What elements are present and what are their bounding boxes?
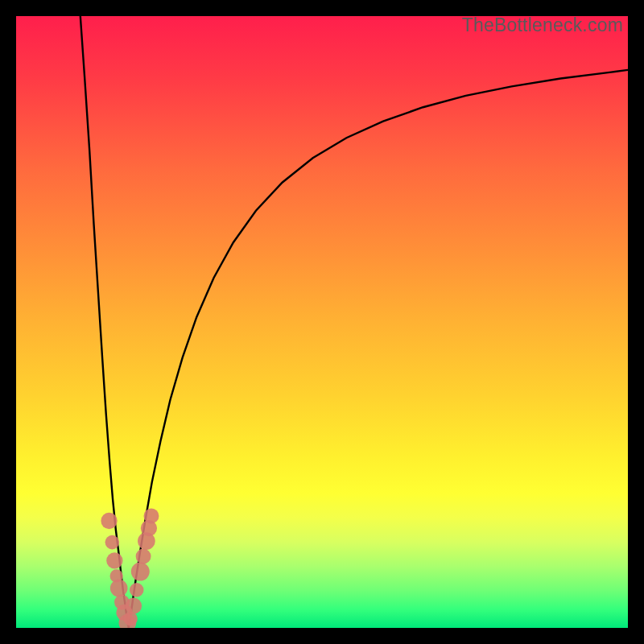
data-point — [110, 580, 128, 597]
chart-svg — [16, 16, 628, 628]
data-point — [101, 513, 117, 529]
data-point — [106, 552, 122, 568]
curve-left-branch — [80, 16, 129, 628]
data-point — [143, 508, 159, 523]
plot-area: TheBottleneck.com — [16, 16, 628, 628]
curve-right-branch — [129, 70, 628, 628]
data-point — [105, 535, 120, 550]
data-point — [126, 597, 142, 613]
data-point — [130, 583, 144, 597]
scatter-group — [101, 508, 159, 628]
chart-frame: TheBottleneck.com — [0, 0, 644, 644]
data-point — [131, 563, 150, 581]
data-point — [136, 549, 151, 564]
